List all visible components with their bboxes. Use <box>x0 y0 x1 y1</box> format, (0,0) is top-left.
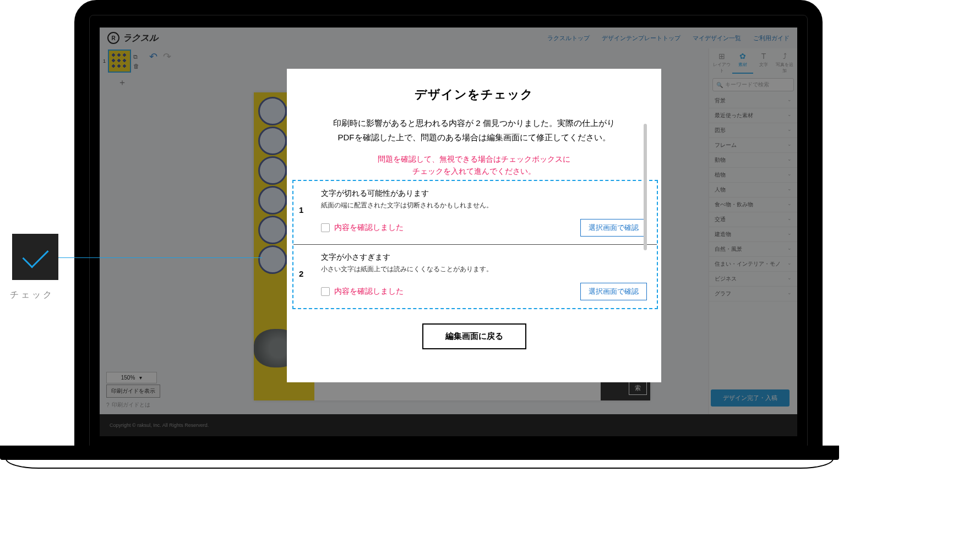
issue-row-1: 1文字が切れる可能性があります紙面の端に配置された文字は切断されるかもしれません… <box>293 181 657 244</box>
issue-confirm-checkbox[interactable]: 内容を確認しました <box>321 223 404 233</box>
issue-title: 文字が小さすぎます <box>321 252 647 262</box>
modal-message: 印刷時に影響があると思われる内容が 2 個見つかりました。実際の仕上がり PDF… <box>314 116 634 144</box>
modal-title: デザインをチェック <box>314 86 634 103</box>
issue-description: 小さい文字は紙面上では読みにくくなることがあります。 <box>321 265 647 274</box>
issue-title: 文字が切れる可能性があります <box>321 189 647 199</box>
issue-goto-button[interactable]: 選択画面で確認 <box>580 283 647 300</box>
laptop-screen: R ラクスル ラクスルトップ デザインテンプレートトップ マイデザイン一覧 ご利… <box>89 15 808 447</box>
app-root: R ラクスル ラクスルトップ デザインテンプレートトップ マイデザイン一覧 ご利… <box>100 28 797 436</box>
back-to-edit-button[interactable]: 編集画面に戻る <box>422 323 526 349</box>
laptop-base <box>0 446 837 462</box>
checkbox-icon <box>321 287 330 296</box>
issue-row-2: 2文字が小さすぎます小さい文字は紙面上では読みにくくなることがあります。内容を確… <box>293 244 657 308</box>
issue-number: 2 <box>299 252 321 278</box>
callout-label: チェック <box>10 289 54 301</box>
modal-scrollbar[interactable] <box>644 124 647 250</box>
laptop-frame: R ラクスル ラクスルトップ デザインテンプレートトップ マイデザイン一覧 ご利… <box>74 0 823 448</box>
callout-check-box <box>12 234 58 280</box>
issue-confirm-checkbox[interactable]: 内容を確認しました <box>321 287 404 297</box>
issue-goto-button[interactable]: 選択画面で確認 <box>580 219 647 237</box>
issue-number: 1 <box>299 189 321 215</box>
issues-highlight-box: 1文字が切れる可能性があります紙面の端に配置された文字は切断されるかもしれません… <box>292 180 658 309</box>
issue-description: 紙面の端に配置された文字は切断されるかもしれません。 <box>321 201 647 210</box>
check-icon <box>22 241 48 268</box>
callout-line <box>58 257 262 258</box>
check-design-modal: デザインをチェック 印刷時に影響があると思われる内容が 2 個見つかりました。実… <box>287 69 661 382</box>
modal-warning: 問題を確認して、無視できる場合はチェックボックスに チェックを入れて進んでくださ… <box>314 153 634 178</box>
checkbox-icon <box>321 223 330 232</box>
